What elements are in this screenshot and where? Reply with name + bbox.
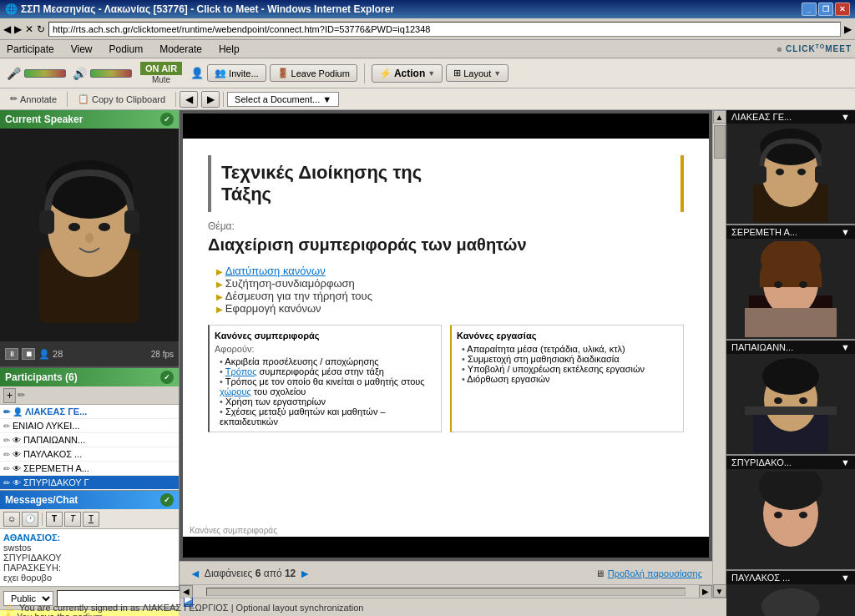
add-participant-icon[interactable]: + [3, 388, 16, 403]
svg-point-7 [85, 233, 94, 243]
leave-podium-button[interactable]: 🚪 Leave Podium [270, 64, 357, 82]
app-icon: 🌐 [5, 3, 18, 15]
annotate-button[interactable]: ✏ Annotate [3, 92, 63, 106]
slide-left-item-2: Τρόπος με τον οποίο θα κινείται ο μαθητή… [220, 376, 436, 396]
layout-icon: ⊞ [453, 68, 461, 78]
participant-name-3: ΠΑΥΛΑΚΟΣ ... [23, 449, 175, 459]
current-speaker-bar: Current Speaker ✓ [0, 110, 179, 129]
vc-pause-button[interactable]: ⏸ [5, 348, 18, 360]
restore-button[interactable]: ❐ [818, 3, 833, 16]
part-eye-icon: 👁 [13, 436, 21, 445]
forward-icon[interactable]: ▶ [14, 23, 22, 35]
view-presentation-btn[interactable]: Προβολή παρουσίασης [608, 568, 702, 578]
nav-back-button[interactable]: ◀ [180, 91, 198, 108]
participants-badge[interactable]: ✓ [160, 371, 174, 384]
msg-clock-btn[interactable]: 🕐 [22, 512, 38, 527]
msg-underline-btn[interactable]: T [83, 512, 99, 527]
svg-point-2 [46, 160, 133, 219]
copy-clipboard-button[interactable]: 📋 Copy to Clipboard [71, 92, 172, 106]
message-text-2: ΣΠΥΡΙΔΑΚΟΥ [3, 553, 62, 563]
remote-video-dropdown-4[interactable]: ▼ [841, 573, 850, 583]
close-button[interactable]: ✕ [835, 3, 850, 16]
address-bar: ◀ ▶ ✕ ↻ ▶ [0, 18, 855, 40]
scroll-right-btn[interactable]: ▶ [699, 585, 712, 598]
svg-point-5 [68, 223, 80, 231]
participant-item[interactable]: ✏ 👁 ΣΕΡΕΜΕΤΗ Α... [0, 462, 179, 476]
slide-container: Τεχνικές Διοίκησης της Τάξης Θέμα: Διαχε… [183, 114, 709, 558]
layout-button[interactable]: ⊞ Layout ▼ [446, 64, 508, 82]
remote-avatar-3 [745, 472, 837, 568]
slide-content: Τεχνικές Διοίκησης της Τάξης Θέμα: Διαχε… [183, 139, 709, 524]
remote-video-frame-4 [726, 584, 855, 616]
remote-avatar-1 [745, 241, 837, 337]
msg-italic-btn[interactable]: T [64, 512, 81, 527]
speaker-avatar [23, 148, 156, 323]
part-edit-icon: ✏ [3, 464, 10, 473]
remote-user-name-3: ΣΠΥΡΙΔΑΚΟ... [731, 457, 792, 467]
invite-button[interactable]: 👥 Invite... [207, 64, 266, 82]
vertical-scrollbar[interactable]: ▲ ▼ [712, 110, 726, 598]
messages-badge[interactable]: ✓ [160, 493, 174, 507]
msg-sep [42, 512, 43, 526]
message-text-3: ΠΑΡΑΣΚΕΥΗ: [3, 563, 61, 573]
message-text-4: εχει θορυβο [3, 573, 52, 583]
nav-forward-button[interactable]: ▶ [201, 91, 220, 108]
menu-participate[interactable]: Participate [3, 42, 58, 57]
menu-help[interactable]: Help [215, 42, 243, 57]
refresh-icon[interactable]: ↻ [37, 23, 45, 35]
minimize-button[interactable]: _ [802, 3, 817, 16]
mute-label[interactable]: Mute [152, 75, 170, 84]
slide-next-btn[interactable]: ► [299, 567, 311, 580]
participant-item[interactable]: ✏ 👁 ΠΑΠΑΙΩΑNN... [0, 433, 179, 447]
horizontal-scrollbar[interactable]: ◀ ▶ [180, 584, 712, 598]
slide-footer: Κανόνες συμπεριφοράς [183, 524, 709, 537]
select-document-dropdown[interactable]: Select a Document... ▼ [227, 92, 339, 107]
menu-view[interactable]: View [68, 42, 96, 57]
action-button[interactable]: ⚡ Action ▼ [372, 64, 443, 83]
menu-moderate[interactable]: Moderate [156, 42, 205, 57]
msg-bold-btn[interactable]: T [46, 512, 63, 527]
vc-stop-button[interactable]: ⏹ [22, 348, 35, 360]
remote-video-dropdown-0[interactable]: ▼ [841, 112, 850, 122]
action-icon: ⚡ [379, 68, 392, 79]
stop-icon[interactable]: ✕ [25, 23, 33, 35]
slide-nav-bar: ◄ Διαφάνειες 6 από 12 ► 🖥 Προβολή παρουσ… [180, 561, 712, 584]
back-icon[interactable]: ◀ [3, 23, 11, 35]
copy-clipboard-label: Copy to Clipboard [92, 94, 165, 104]
remote-video-dropdown-2[interactable]: ▼ [841, 342, 850, 352]
scroll-left-btn[interactable]: ◀ [180, 585, 193, 598]
remote-video-dropdown-1[interactable]: ▼ [841, 227, 850, 237]
slide-left-col: Κανόνες συμπεριφοράς Αφορούν: Ακριβεία π… [208, 325, 442, 432]
slide-prev-btn[interactable]: ◄ [190, 567, 201, 580]
message-item: εχει θορυβο [3, 573, 175, 583]
go-icon[interactable]: ▶ [844, 23, 852, 35]
participants-header: Participants (6) ✓ [0, 368, 179, 386]
video-controls: ⏸ ⏹ 👤 28 28 fps [0, 341, 179, 366]
remote-user-name-4: ΠΑΥΛΑΚΟΣ ... [731, 573, 790, 583]
participant-item[interactable]: ✏ 👁 ΣΠΥΡΙΔΑΚΟΥ Γ [0, 476, 179, 490]
participant-item[interactable]: ✏ 👤 ΛΙΑΚΕΑΣ ΓΕ... [0, 405, 179, 419]
slide-left-item-4: Σχέσεις μεταξύ μαθητών και μαθητών – εκπ… [220, 406, 436, 427]
remote-video-dropdown-3[interactable]: ▼ [841, 457, 850, 467]
scroll-track [206, 588, 686, 596]
scroll-up-btn[interactable]: ▲ [713, 110, 726, 124]
slide-subtitle: Διαχείριση συμπεριφοράς των μαθητών [208, 235, 684, 255]
participant-item[interactable]: ✏ ΕΝΙΑΙΟ ΛΥΚΕΙ... [0, 419, 179, 433]
clipboard-icon: 📋 [78, 93, 89, 104]
slide-title-text: Τεχνικές Διοίκησης της Τάξης [221, 162, 422, 204]
invite-label: Invite... [229, 68, 258, 78]
slide-right-item-2: Υποβολή / υποχρέωση εκτέλεσης εργασιών [462, 364, 678, 374]
remote-video-2: ΠΑΠΑΙΩΑNN... ▼ [726, 341, 855, 456]
participant-item[interactable]: ✏ 👁 ΠΑΥΛΑΚΟΣ ... [0, 447, 179, 462]
address-input[interactable] [48, 22, 841, 37]
scroll-down-btn[interactable]: ▼ [713, 584, 726, 598]
scroll-thumb[interactable] [714, 125, 726, 159]
status-warning-icon: ⚠ [5, 602, 14, 613]
fps-label: 28 fps [151, 350, 174, 359]
svg-rect-3 [39, 210, 54, 234]
remote-video-frame-3 [726, 469, 855, 569]
part-eye-icon: 👁 [13, 464, 21, 473]
msg-smiley-btn[interactable]: ☺ [3, 512, 20, 527]
toolbar-sep [364, 63, 365, 83]
menu-podium[interactable]: Podium [106, 42, 147, 57]
